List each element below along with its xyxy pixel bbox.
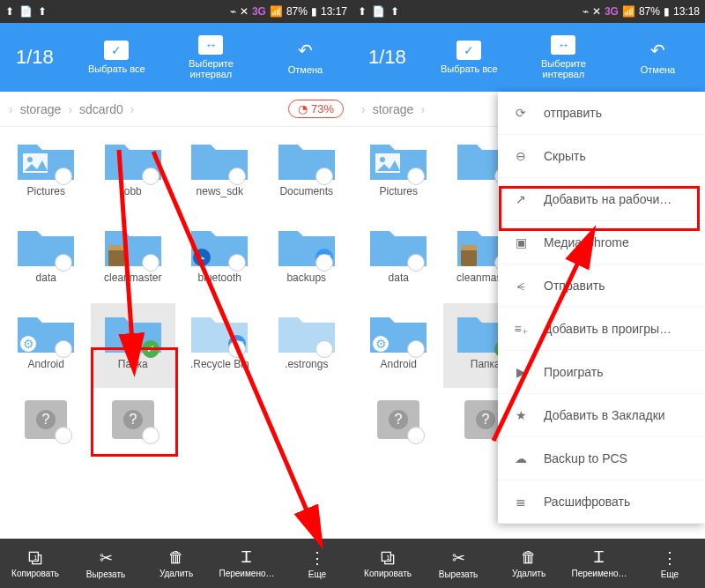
menu-item-decrypt[interactable]: ≣Расшифровать xyxy=(498,480,705,524)
trash-icon: 🗑 xyxy=(521,548,537,567)
folder-icon: ⌁ xyxy=(188,222,251,270)
network-label: 3G xyxy=(252,5,266,18)
folder-item[interactable]: ⚙Android xyxy=(4,303,89,388)
rename-label: Переимено… xyxy=(572,569,627,578)
menu-item-label: Добавить в проигры… xyxy=(544,322,672,336)
bottom-bar: 1Копировать ✂Вырезать 🗑Удалить ᏆПереимен… xyxy=(352,539,705,588)
menu-item-cast[interactable]: ▣Медиа Chrome xyxy=(498,221,705,264)
folder-item[interactable]: obb xyxy=(91,130,176,215)
more-button[interactable]: ⋮Еще xyxy=(634,539,705,588)
menu-item-label: Добавить на рабочи… xyxy=(544,192,672,206)
folder-item[interactable]: ES.Recycle Bin xyxy=(177,303,263,388)
delete-button[interactable]: 🗑Удалить xyxy=(494,539,564,588)
crumb-sdcard[interactable]: sdcard0 xyxy=(79,102,123,116)
select-all-button[interactable]: ✓ Выбрать все xyxy=(70,32,164,83)
rename-button[interactable]: ᏆПереимено… xyxy=(564,539,634,588)
chevron-right-icon: › xyxy=(130,102,135,116)
select-range-button[interactable]: ↔ Выберите интервал xyxy=(164,32,258,83)
cut-button[interactable]: ✂Вырезать xyxy=(70,539,141,588)
copy-button[interactable]: 1Копировать xyxy=(352,539,423,588)
folder-item[interactable]: ? xyxy=(91,390,176,474)
menu-item-hide[interactable]: ⊖Скрыть xyxy=(498,135,705,178)
cut-label: Вырезать xyxy=(439,569,478,579)
folder-icon xyxy=(367,136,430,183)
check-circle[interactable] xyxy=(142,427,160,444)
file-icon: 📄 xyxy=(372,5,385,18)
folder-grid: Picturesobbnews_sdkDocumentsdatacleanmas… xyxy=(0,127,352,478)
menu-item-label: отправить xyxy=(544,106,602,120)
svg-rect-23 xyxy=(461,249,477,266)
folder-item[interactable]: ? xyxy=(4,390,89,474)
folder-icon: ? xyxy=(101,395,165,443)
range-icon: ↔ xyxy=(198,35,223,55)
folder-item[interactable]: ? xyxy=(356,390,442,474)
refresh-icon: ⟳ xyxy=(512,104,530,122)
cancel-button[interactable]: ↶ Отмена xyxy=(611,32,705,83)
menu-item-label: Медиа Chrome xyxy=(544,235,629,249)
check-circle[interactable] xyxy=(315,340,333,358)
folder-icon xyxy=(101,136,165,183)
cancel-label: Отмена xyxy=(641,64,675,75)
check-circle[interactable] xyxy=(142,254,160,272)
svg-rect-24 xyxy=(461,245,477,250)
folder-icon: ? xyxy=(14,395,78,443)
copy-button[interactable]: 1Копировать xyxy=(0,539,70,588)
delete-button[interactable]: 🗑Удалить xyxy=(141,539,212,588)
folder-item[interactable]: ⌁bluetooth xyxy=(177,217,263,301)
menu-item-cloud[interactable]: ☁Backup to PCS xyxy=(498,437,705,480)
crumb-storage[interactable]: storage xyxy=(20,102,62,116)
signal-icon: 📶 xyxy=(270,5,283,18)
range-icon: ↔ xyxy=(551,35,575,55)
check-circle[interactable] xyxy=(142,167,160,185)
undo-icon: ↶ xyxy=(298,40,313,61)
more-button[interactable]: ⋮Еще xyxy=(282,539,352,588)
folder-item[interactable]: ✓Папка xyxy=(91,303,176,388)
menu-item-playlist[interactable]: ≡₊Добавить в проигры… xyxy=(498,308,705,351)
folder-item[interactable]: cleanmaster xyxy=(91,217,176,301)
menu-item-share[interactable]: ⪪Отправить xyxy=(498,264,705,308)
folder-label: news_sdk xyxy=(197,185,243,210)
star-icon: ★ xyxy=(512,406,530,424)
folder-label: data xyxy=(36,272,56,296)
check-circle[interactable] xyxy=(315,167,333,185)
storage-badge[interactable]: ◔ 73% xyxy=(288,100,344,118)
folder-item[interactable]: Pictures xyxy=(4,130,89,215)
folder-item[interactable]: Pictures xyxy=(356,130,442,215)
folder-item[interactable]: ⚙Android xyxy=(356,303,442,388)
menu-item-shortcut[interactable]: ↗Добавить на рабочи… xyxy=(498,178,705,221)
undo-icon: ↶ xyxy=(650,40,665,61)
select-all-button[interactable]: ✓ Выбрать все xyxy=(422,32,516,83)
more-icon: ⋮ xyxy=(662,548,678,568)
folder-label: Папка xyxy=(118,358,148,383)
toolbar: 1/18 ✓ Выбрать все ↔ Выберите интервал ↶… xyxy=(0,23,352,92)
menu-item-star[interactable]: ★Добавить в Закладки xyxy=(498,394,705,437)
folder-item[interactable]: .estrongs xyxy=(264,303,350,388)
select-range-button[interactable]: ↔ Выберите интервал xyxy=(516,32,611,83)
crumb-storage[interactable]: storage xyxy=(373,102,414,116)
check-circle[interactable] xyxy=(315,254,333,272)
svg-text:⚙: ⚙ xyxy=(23,337,34,351)
folder-label: backups xyxy=(286,272,326,296)
shortcut-icon: ↗ xyxy=(512,190,530,208)
folder-label: Pictures xyxy=(27,185,65,210)
folder-item[interactable]: Documents xyxy=(264,130,350,215)
upload-icon: ⬆ xyxy=(358,5,367,18)
menu-item-play[interactable]: ▶Проиграть xyxy=(498,351,705,394)
svg-text:?: ? xyxy=(129,412,137,427)
folder-label: Documents xyxy=(279,185,333,210)
svg-text:?: ? xyxy=(42,412,50,427)
folder-item[interactable]: data xyxy=(356,217,442,301)
folder-item[interactable]: news_sdk xyxy=(177,130,263,215)
copy-icon: 1 xyxy=(379,549,397,567)
folder-icon xyxy=(188,136,251,183)
menu-item-refresh[interactable]: ⟳отправить xyxy=(498,92,705,135)
cancel-button[interactable]: ↶ Отмена xyxy=(258,32,352,83)
vibrate-icon: ✕ xyxy=(592,5,601,18)
check-circle[interactable]: ✓ xyxy=(142,340,160,358)
rename-button[interactable]: ᏆПереимено… xyxy=(212,539,282,588)
select-all-label: Выбрать все xyxy=(88,63,145,74)
folder-item[interactable]: ESbackups xyxy=(264,217,350,301)
folder-icon: ES xyxy=(275,222,338,270)
cut-button[interactable]: ✂Вырезать xyxy=(423,539,494,588)
folder-item[interactable]: data xyxy=(4,217,89,301)
